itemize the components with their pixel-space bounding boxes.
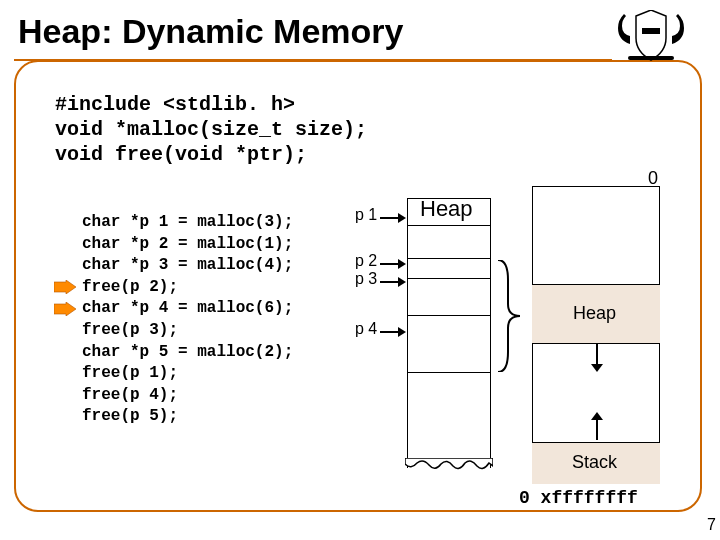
svg-marker-3 [54, 302, 76, 316]
svg-rect-0 [642, 28, 660, 34]
heap-divider [407, 258, 491, 259]
svg-rect-1 [628, 56, 674, 60]
heap-column [407, 198, 491, 468]
pointer-arrow-icon [380, 276, 406, 288]
pointer-label-p3: p 3 [355, 270, 377, 288]
princeton-crest-icon [612, 10, 690, 62]
heap-torn-edge-icon [405, 458, 493, 472]
memory-zero-label: 0 [648, 168, 658, 189]
pointer-arrow-icon [380, 258, 406, 270]
brace-icon [494, 260, 524, 372]
memory-stack-label: Stack [572, 452, 617, 473]
svg-marker-9 [398, 277, 406, 287]
svg-marker-7 [398, 259, 406, 269]
page-title: Heap: Dynamic Memory [14, 12, 612, 57]
memory-heap-label: Heap [573, 303, 616, 324]
heap-divider [407, 315, 491, 316]
page-number: 7 [707, 516, 716, 534]
pointer-label-p1: p 1 [355, 206, 377, 224]
svg-marker-13 [591, 364, 603, 372]
grow-down-arrow-icon [590, 344, 604, 372]
heap-divider [407, 372, 491, 373]
pointer-arrow-icon [380, 212, 406, 224]
heap-divider [407, 225, 491, 226]
title-bar: Heap: Dynamic Memory [14, 12, 702, 61]
memory-max-address: 0 xffffffff [519, 488, 638, 508]
svg-marker-15 [591, 412, 603, 420]
svg-marker-5 [398, 213, 406, 223]
heap-column-title: Heap [420, 196, 473, 222]
svg-marker-2 [54, 280, 76, 294]
pointer-label-p4: p 4 [355, 320, 377, 338]
svg-marker-11 [398, 327, 406, 337]
step-arrow-icon [54, 302, 76, 316]
grow-up-arrow-icon [590, 412, 604, 440]
code-sequence: char *p 1 = malloc(3); char *p 2 = mallo… [82, 212, 293, 428]
step-arrow-icon [54, 280, 76, 294]
heap-divider [407, 278, 491, 279]
code-declarations: #include <stdlib. h> void *malloc(size_t… [55, 92, 367, 167]
pointer-arrow-icon [380, 326, 406, 338]
pointer-label-p2: p 2 [355, 252, 377, 270]
